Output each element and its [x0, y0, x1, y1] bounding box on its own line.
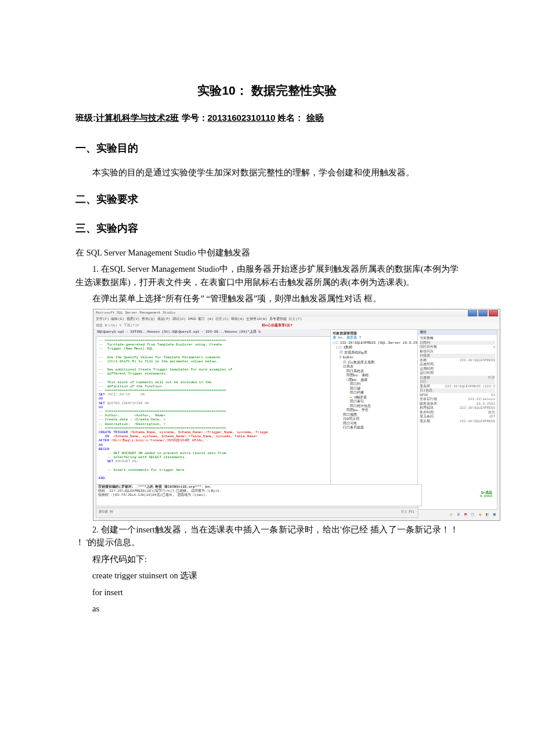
tray-icon: ▢ [472, 512, 475, 518]
maximize-icon[interactable] [478, 310, 488, 316]
meta-id-label: 学号： [179, 113, 207, 123]
code-line-2: for insert [75, 586, 459, 599]
section-1-heading: 一、实验目的 [75, 141, 459, 157]
toolbar-leftgroup: 键盘 B\(tb) V 下执(T)V [96, 323, 139, 328]
status-right: 行1 列1 [401, 509, 414, 514]
section-3-item-1b: 在弹出菜单上选择“所有任务” “管理触发器”项，则弹出触发器属性对话 框。 [75, 292, 459, 305]
tray-icons: ◎ ≣ ⬒ ▢ ◆ ◧ ▣ [449, 512, 496, 518]
code-line-3: as [75, 602, 459, 615]
section-3-item-2: 2. 创建一个insert触发器，当在选课表中插入一条新记录时，给出'你已经 插… [75, 523, 459, 549]
section-2-heading: 二、实验要求 [75, 192, 459, 208]
tray-icon: ▣ [493, 512, 496, 518]
props-footer-time: 0.046S [479, 494, 492, 499]
tray-icon: ◎ [450, 512, 453, 518]
toolbar-red-text: 轻m心住蕴章享I丛T [262, 323, 293, 328]
code-line-1: create trigger stuinsert on 选课 [75, 569, 459, 582]
section-3-item-1: 1. 在SQL Server Management Studio中，由服务器开始… [75, 262, 459, 289]
doc-title: 实验10： 数据完整性实验 [75, 81, 459, 100]
section-3-intro: 在 SQL Server Management Studio 中创建触发器 [75, 246, 459, 259]
meta-name-label: 姓名： [275, 113, 306, 123]
ssms-title-text: Microsoft SQL Server Management Studio [96, 311, 175, 315]
meta-class-label: 班级: [75, 113, 96, 123]
meta-class-value: 计算机科学与技术2班 [96, 113, 179, 123]
minimize-icon[interactable] [468, 310, 477, 316]
section-1-body: 本实验的目的是通过实验使学生加深对数据完整性的理解，学会创建和使用触发器。 [75, 166, 459, 179]
tray-icon: ◧ [486, 512, 489, 518]
object-explorer[interactable]: 对象资源管理器 连 bn. 接发器 T □□ 222-26\SQLEXPRESS… [330, 329, 422, 487]
meta-id-value: 20131602310110 [208, 113, 276, 123]
properties-panel[interactable]: 属性 当前策略 日阵列 旧区的分格o 标语问兴 日练按 名称222-26\SQL… [417, 329, 497, 510]
tray-icon: ⬒ [464, 512, 467, 518]
properties-header: 属性 [418, 330, 497, 336]
tray-icon: ◆ [479, 512, 482, 518]
section-3-heading: 三、实验内容 [75, 221, 459, 237]
doc-meta: 班级:计算机科学与技术2班 学号：20131602310110 姓名： 徐旸 [75, 111, 459, 124]
ssms-screenshot: Microsoft SQL Server Management Studio 文… [93, 309, 500, 521]
connect-link[interactable]: 连 bn. 接发器 T [333, 336, 361, 340]
status-left: 家D就 转 [99, 509, 113, 514]
tray-icon: ≣ [457, 512, 460, 518]
output-panel: 百钥债你编的(罗被村; _"""*上的 奇侯 体CUINSt135,srp"""… [96, 484, 422, 506]
close-icon[interactable] [489, 310, 498, 316]
section-3-code-intro: 程序代码如下: [75, 553, 459, 566]
sql-editor[interactable]: -- =====================================… [96, 336, 334, 487]
status-bar: 家D就 转 行1 列1 [96, 507, 418, 518]
window-controls [468, 310, 498, 316]
meta-name-value: 徐旸 [306, 113, 324, 123]
